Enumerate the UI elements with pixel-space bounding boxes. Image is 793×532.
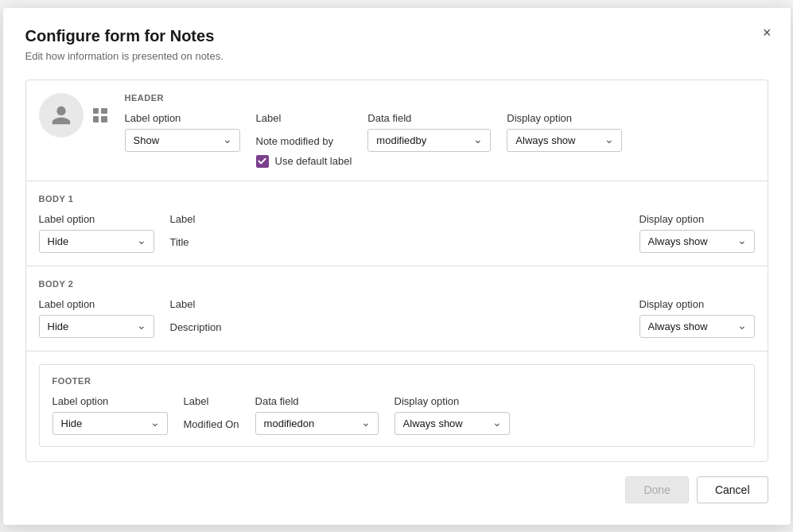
avatar-area (39, 93, 109, 138)
header-section: HEADER Label option Show Hide (26, 80, 768, 181)
body2-display-option-label: Display option (639, 298, 755, 310)
footer-inner-card: FOOTER Label option Hide Show Label (39, 364, 755, 447)
body2-label-label: Label (170, 298, 222, 310)
header-label-group: Label Note modified by Use default label (256, 112, 352, 168)
configure-form-dialog: Configure form for Notes Edit how inform… (3, 8, 791, 525)
footer-display-option-group: Display option Always show Hide when emp… (395, 395, 510, 435)
header-label-value: Note modified by (256, 129, 352, 147)
close-button[interactable]: × (760, 22, 775, 43)
header-label-option-group: Label option Show Hide (125, 112, 240, 152)
footer-data-field-select[interactable]: modifiedon (255, 412, 379, 435)
use-default-label-checkbox[interactable] (256, 155, 269, 168)
avatar (39, 93, 84, 138)
footer-display-option-select[interactable]: Always show Hide when empty (395, 412, 510, 435)
header-data-field-label: Data field (367, 112, 491, 124)
body1-label-option-label: Label option (39, 213, 154, 225)
body2-label-group: Label Description (170, 298, 222, 333)
header-fields-row: Label option Show Hide Label Note modifi… (125, 112, 755, 168)
header-data-field-select[interactable]: modifiedby (367, 129, 491, 152)
form-card: HEADER Label option Show Hide (25, 80, 768, 462)
header-fields: HEADER Label option Show Hide (125, 93, 755, 168)
footer-label-option-select[interactable]: Hide Show (52, 412, 168, 435)
body1-display-option-label: Display option (639, 213, 755, 225)
body2-label-option-group: Label option Hide Show (39, 298, 154, 338)
use-default-label-text: Use default label (275, 155, 352, 167)
header-section-label: HEADER (125, 93, 755, 103)
grid-icon (91, 107, 109, 124)
footer-data-field-wrapper: modifiedon (255, 412, 379, 435)
body2-fields-row: Label option Hide Show Label Description… (39, 298, 755, 338)
footer-label-value: Modified On (184, 412, 239, 430)
body2-label-option-wrapper: Hide Show (39, 315, 154, 338)
body1-label-label: Label (170, 213, 196, 225)
header-label-label: Label (256, 112, 352, 124)
header-data-field-wrapper: modifiedby (367, 129, 491, 152)
body2-label-option-select[interactable]: Hide Show (39, 315, 154, 338)
footer-label-group: Label Modified On (184, 395, 239, 430)
body2-display-option-wrapper: Always show Hide when empty (639, 315, 755, 338)
dialog-subtitle: Edit how information is presented on not… (25, 50, 768, 62)
checkmark-icon (258, 157, 266, 165)
dialog-footer: Done Cancel (25, 476, 768, 503)
header-display-option-wrapper: Always show Hide when empty (507, 129, 622, 152)
footer-outer-section: FOOTER Label option Hide Show Label (26, 351, 768, 461)
body1-display-option-select[interactable]: Always show Hide when empty (639, 230, 755, 253)
body2-display-option-select[interactable]: Always show Hide when empty (639, 315, 755, 338)
footer-label-label: Label (184, 395, 239, 407)
body1-label-option-select[interactable]: Hide Show (39, 230, 154, 253)
header-display-option-group: Display option Always show Hide when emp… (507, 112, 622, 152)
footer-data-field-label: Data field (255, 395, 379, 407)
person-icon (50, 104, 72, 126)
cancel-button[interactable]: Cancel (697, 476, 768, 503)
body2-section-label: BODY 2 (39, 279, 755, 289)
body1-display-option-wrapper: Always show Hide when empty (639, 230, 755, 253)
header-display-option-select[interactable]: Always show Hide when empty (507, 129, 622, 152)
dialog-title: Configure form for Notes (25, 27, 768, 45)
footer-section-label: FOOTER (52, 376, 741, 386)
body1-fields-row: Label option Hide Show Label Title Displ… (39, 213, 755, 253)
footer-label-option-label: Label option (52, 395, 168, 407)
header-checkbox-row: Use default label (256, 155, 352, 168)
body1-label-option-group: Label option Hide Show (39, 213, 154, 253)
footer-display-option-wrapper: Always show Hide when empty (395, 412, 510, 435)
body2-label-value: Description (170, 315, 222, 333)
header-display-option-label: Display option (507, 112, 622, 124)
footer-display-option-label: Display option (395, 395, 510, 407)
body1-label-group: Label Title (170, 213, 196, 248)
body1-section: BODY 1 Label option Hide Show Label Titl… (26, 181, 768, 266)
footer-data-field-group: Data field modifiedon (255, 395, 379, 435)
done-button: Done (625, 476, 688, 503)
header-data-field-group: Data field modifiedby (367, 112, 491, 152)
header-label-option-label: Label option (125, 112, 240, 124)
header-label-option-select[interactable]: Show Hide (125, 129, 240, 152)
footer-fields-row: Label option Hide Show Label Modified On (52, 395, 741, 435)
body2-section: BODY 2 Label option Hide Show Label Desc… (26, 266, 768, 351)
body1-label-option-wrapper: Hide Show (39, 230, 154, 253)
body2-display-option-group: Display option Always show Hide when emp… (639, 298, 755, 338)
header-label-option-wrapper: Show Hide (125, 129, 240, 152)
body1-display-option-group: Display option Always show Hide when emp… (639, 213, 755, 253)
footer-label-option-wrapper: Hide Show (52, 412, 168, 435)
footer-label-option-group: Label option Hide Show (52, 395, 168, 435)
body1-section-label: BODY 1 (39, 194, 755, 204)
body1-label-value: Title (170, 230, 196, 248)
body2-label-option-label: Label option (39, 298, 154, 310)
